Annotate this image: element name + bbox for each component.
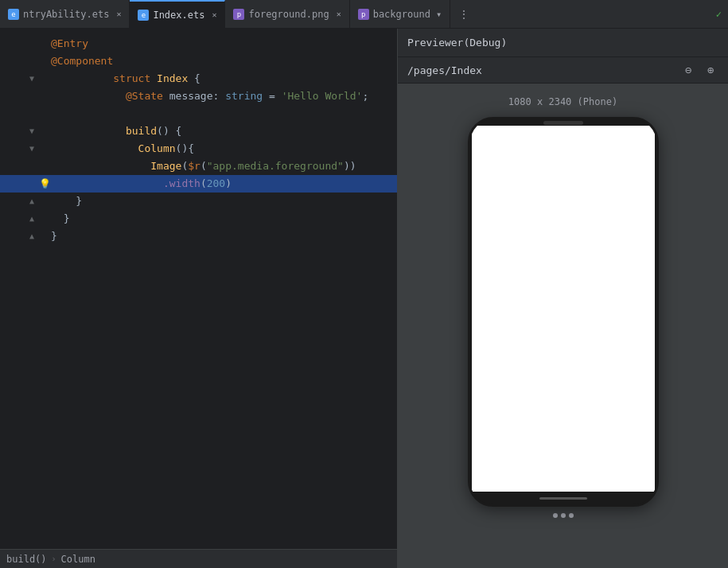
tab-bar: e ntryAbility.ets ✕ e Index.ets ✕ p fore… xyxy=(0,0,728,29)
phone-top-bar xyxy=(470,119,656,126)
phone-side-button xyxy=(657,183,659,223)
fold-6[interactable]: ▼ xyxy=(25,123,38,140)
zoom-out-btn[interactable]: ⊖ xyxy=(680,62,696,78)
code-editor[interactable]: @Entry @Component ▼ struct Index { xyxy=(0,29,397,549)
phone-frame xyxy=(468,117,659,507)
code-text-10: } xyxy=(51,193,387,210)
dot-3 xyxy=(569,513,574,518)
code-line-11: ▲ } xyxy=(0,210,397,228)
code-line-10: ▲ } xyxy=(0,193,397,210)
bulb-9[interactable]: 💡 xyxy=(38,175,51,193)
phone-home-indicator xyxy=(539,497,587,500)
main-content: @Entry @Component ▼ struct Index { xyxy=(0,29,728,568)
fold-12[interactable]: ▲ xyxy=(25,228,38,245)
previewer-title: Previewer(Debug) xyxy=(407,37,507,49)
zoom-in-btn[interactable]: ⊕ xyxy=(703,62,718,78)
tab-close-btn[interactable]: ✕ xyxy=(116,10,121,18)
code-line-1: @Entry xyxy=(0,35,397,53)
tab-icon-ets-2: e xyxy=(138,10,149,21)
fold-3[interactable]: ▼ xyxy=(25,70,38,88)
code-text-12: } xyxy=(51,228,387,245)
tab-close-index[interactable]: ✕ xyxy=(212,10,216,19)
dot-2 xyxy=(561,513,566,518)
phone-screen xyxy=(472,126,655,492)
tab-checkmark: ✓ xyxy=(716,9,722,20)
code-line-12: ▲ } xyxy=(0,228,397,245)
device-label: 1080 x 2340 (Phone) xyxy=(508,96,617,107)
tab-entry-ability[interactable]: e ntryAbility.ets ✕ xyxy=(0,0,130,28)
three-dots-bar xyxy=(547,507,580,524)
fold-11[interactable]: ▲ xyxy=(25,210,38,228)
tab-label: ntryAbility.ets xyxy=(23,9,109,20)
tab-icon-ets: e xyxy=(8,9,19,20)
tab-foreground-png[interactable]: p foreground.png ✕ xyxy=(225,0,349,28)
fold-7[interactable]: ▼ xyxy=(25,140,38,158)
previewer-controls: ⊖ ⊕ xyxy=(680,62,718,78)
code-panel: @Entry @Component ▼ struct Index { xyxy=(0,29,398,568)
tab-icon-bg: p xyxy=(358,9,369,20)
tab-icon-png: p xyxy=(233,9,244,20)
tab-more-btn[interactable]: ⋮ xyxy=(454,8,474,21)
previewer-path-bar: /pages/Index ⊖ ⊕ xyxy=(398,57,728,84)
previewer-path: /pages/Index xyxy=(407,64,482,76)
tab-background[interactable]: p background ▾ xyxy=(350,0,450,28)
tab-label-fg: foreground.png xyxy=(248,9,329,20)
tab-label-bg: background xyxy=(373,9,430,20)
tab-dropdown-icon[interactable]: ▾ xyxy=(436,9,442,20)
status-function: build() xyxy=(6,554,47,565)
previewer-panel: Previewer(Debug) /pages/Index ⊖ ⊕ 1080 x… xyxy=(398,29,728,568)
dot-1 xyxy=(553,513,558,518)
previewer-header: Previewer(Debug) xyxy=(398,29,728,57)
code-text-1: @Entry xyxy=(51,35,387,53)
tab-index-ets[interactable]: e Index.ets ✕ xyxy=(130,0,225,28)
phone-notch xyxy=(543,121,583,125)
status-block: Column xyxy=(61,554,95,565)
previewer-body: 1080 x 2340 (Phone) xyxy=(398,84,728,568)
phone-bottom-bar xyxy=(470,492,656,504)
status-chevron: › xyxy=(52,554,56,563)
status-bar: build() › Column xyxy=(0,549,397,568)
code-line-4: @State message: string = 'Hello World'; xyxy=(0,88,397,105)
tab-label-index: Index.ets xyxy=(153,10,204,21)
code-line-9: 💡 .width(200) xyxy=(0,175,397,193)
fold-10[interactable]: ▲ xyxy=(25,193,38,210)
tab-close-fg[interactable]: ✕ xyxy=(337,10,341,18)
code-text-11: } xyxy=(51,210,387,228)
